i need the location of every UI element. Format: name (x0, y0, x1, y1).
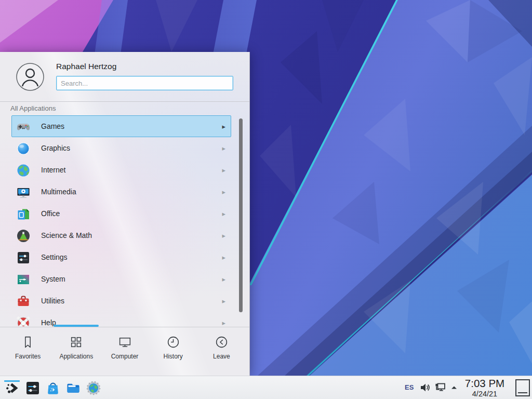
section-label: All Applications (10, 104, 56, 112)
menu-item-label: Utilities (41, 297, 64, 305)
leave-icon (215, 335, 229, 349)
user-avatar[interactable] (16, 63, 44, 91)
tab-label: Leave (213, 353, 230, 360)
menu-item-label: Multimedia (41, 188, 76, 196)
applications-grid-icon (69, 335, 83, 349)
submenu-arrow-icon: ▸ (222, 319, 225, 327)
launcher-tabbar: Favorites Applications C (0, 327, 249, 376)
computer-monitor-icon (118, 335, 132, 349)
show-desktop-glyph (518, 392, 527, 393)
submenu-arrow-icon: ▸ (222, 275, 225, 283)
menu-item-label: Internet (41, 166, 65, 174)
submenu-arrow-icon: ▸ (222, 123, 225, 130)
tab-label: Computer (111, 353, 139, 360)
menu-item-office[interactable]: Office ▸ (11, 203, 231, 224)
clock-date: 4/24/21 (460, 390, 510, 398)
menu-item-utilities[interactable]: Utilities ▸ (11, 290, 231, 312)
submenu-arrow-icon: ▸ (222, 210, 225, 218)
games-icon (16, 119, 31, 134)
submenu-arrow-icon: ▸ (222, 166, 225, 174)
application-launcher-menu: Raphael Hertzog All Applications (0, 52, 250, 376)
menu-item-label: Office (41, 209, 60, 218)
search-input[interactable] (56, 76, 233, 90)
menu-item-graphics[interactable]: Graphics ▸ (11, 137, 231, 159)
utilities-icon (16, 294, 31, 309)
menu-item-science-math[interactable]: Science & Math ▸ (11, 224, 231, 246)
office-icon (16, 207, 31, 221)
menu-item-multimedia[interactable]: Multimedia ▸ (11, 181, 231, 203)
menu-item-help[interactable]: Help ▸ (11, 312, 231, 326)
user-name: Raphael Hertzog (56, 62, 116, 71)
digital-clock[interactable]: 7:03 PM 4/24/21 (460, 377, 510, 398)
tab-computer[interactable]: Computer (100, 327, 149, 376)
menu-item-games[interactable]: Games ▸ (11, 115, 231, 137)
keyboard-layout-indicator[interactable]: ES (405, 383, 414, 391)
volume-icon[interactable] (419, 382, 431, 393)
dolphin-file-manager-icon (65, 380, 82, 396)
menu-item-settings[interactable]: Settings ▸ (11, 246, 231, 268)
category-list: Games ▸ Graphics ▸ (0, 115, 239, 326)
submenu-arrow-icon: ▸ (222, 297, 225, 305)
expand-tray-arrow-icon[interactable] (450, 383, 458, 392)
tab-favorites[interactable]: Favorites (4, 327, 52, 376)
discover-store-icon (45, 380, 61, 396)
system-icon (16, 272, 31, 287)
tab-history[interactable]: History (149, 327, 197, 376)
launcher-header: Raphael Hertzog (0, 52, 249, 102)
submenu-arrow-icon: ▸ (222, 144, 225, 152)
wired-network-icon[interactable] (434, 381, 447, 394)
konqueror-browser-icon (85, 380, 102, 396)
kickoff-launcher-button[interactable] (4, 380, 20, 396)
favorites-bookmark-icon (21, 335, 35, 349)
menu-item-internet[interactable]: Internet ▸ (11, 159, 231, 181)
tab-leave[interactable]: Leave (197, 327, 246, 376)
system-settings-launcher[interactable] (24, 380, 41, 396)
launcher-open-indicator (4, 380, 20, 382)
konqueror-launcher[interactable] (85, 380, 102, 396)
desktop: Raphael Hertzog All Applications (0, 0, 532, 399)
history-clock-icon (166, 335, 180, 349)
tab-label: Favorites (15, 353, 41, 360)
multimedia-icon (16, 185, 31, 200)
system-settings-icon (24, 380, 41, 396)
dolphin-launcher[interactable] (65, 380, 82, 396)
menu-item-label: Games (41, 122, 64, 130)
clock-time: 7:03 PM (460, 377, 510, 390)
tab-applications[interactable]: Applications (52, 327, 100, 376)
tab-label: History (164, 353, 183, 360)
internet-icon (16, 163, 31, 178)
help-icon (16, 316, 31, 326)
taskbar-panel: ES 7:03 PM 4/24/21 (0, 376, 532, 399)
science-icon (16, 229, 31, 243)
scrollbar-thumb[interactable] (239, 118, 243, 312)
menu-item-label: Graphics (41, 144, 70, 152)
show-desktop-button[interactable] (515, 379, 530, 396)
active-tab-indicator (54, 325, 99, 327)
submenu-arrow-icon: ▸ (222, 254, 225, 261)
graphics-icon (16, 141, 31, 156)
tab-label: Applications (59, 353, 93, 360)
kickoff-launcher-icon (4, 380, 20, 396)
menu-item-label: System (41, 275, 65, 283)
submenu-arrow-icon: ▸ (222, 232, 225, 240)
menu-item-system[interactable]: System ▸ (11, 268, 231, 290)
submenu-arrow-icon: ▸ (222, 188, 225, 196)
menu-item-label: Settings (41, 253, 68, 261)
settings-icon (16, 250, 31, 265)
discover-launcher[interactable] (45, 380, 61, 396)
menu-item-label: Science & Math (41, 231, 92, 240)
